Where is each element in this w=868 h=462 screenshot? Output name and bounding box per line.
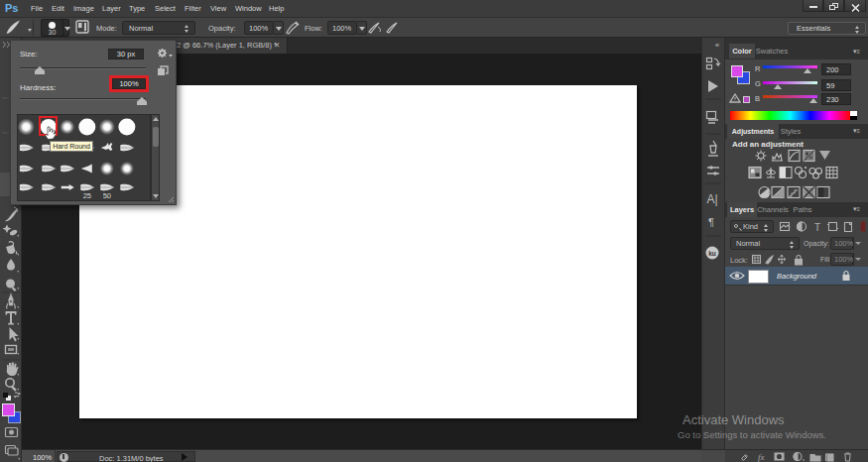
svg-text:fx: fx xyxy=(758,452,765,462)
svg-text:T: T xyxy=(814,222,820,233)
svg-text:ku: ku xyxy=(708,250,716,257)
svg-text:¶: ¶ xyxy=(708,216,714,228)
svg-text:A|: A| xyxy=(706,192,717,206)
svg-text:25: 25 xyxy=(83,191,91,200)
svg-text:50: 50 xyxy=(103,191,111,200)
svg-text:«: « xyxy=(715,41,720,50)
